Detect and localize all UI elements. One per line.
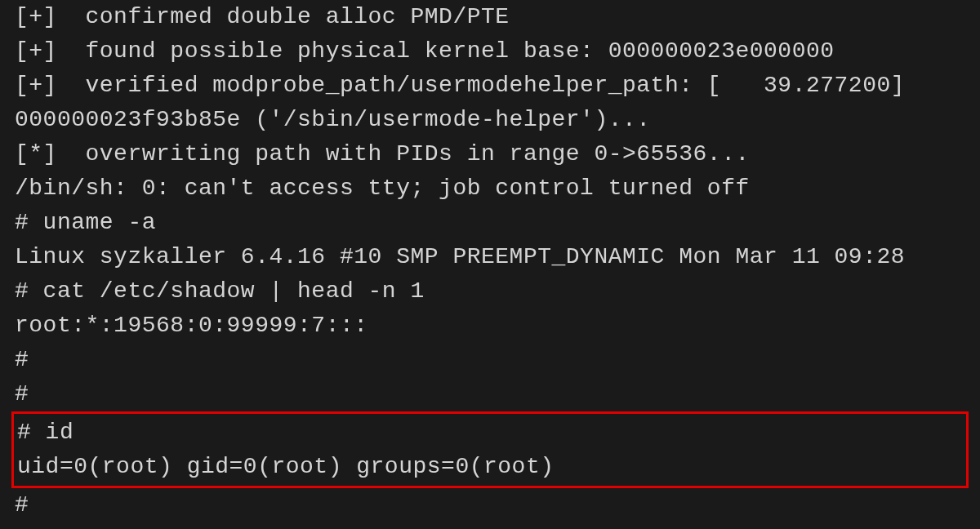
terminal-line: # cat /etc/shadow | head -n 1 [15, 274, 965, 309]
highlighted-region: # id uid=0(root) gid=0(root) groups=0(ro… [11, 411, 969, 488]
terminal-line: [+] confirmed double alloc PMD/PTE [15, 0, 965, 34]
terminal-output: [+] confirmed double alloc PMD/PTE [+] f… [15, 0, 965, 529]
terminal-line: # [15, 377, 965, 411]
terminal-line: /bin/sh: 0: can't access tty; job contro… [15, 171, 965, 206]
terminal-line: # [15, 522, 965, 529]
terminal-line: [*] overwriting path with PIDs in range … [15, 137, 965, 171]
terminal-line: root:*:19568:0:99999:7::: [15, 309, 965, 343]
terminal-line: # [15, 488, 965, 522]
terminal-line: # uname -a [15, 206, 965, 240]
terminal-line: uid=0(root) gid=0(root) groups=0(root) [17, 450, 963, 484]
terminal-line: # id [17, 416, 963, 450]
terminal-line: Linux syzkaller 6.4.16 #10 SMP PREEMPT_D… [15, 240, 965, 274]
terminal-line: [+] found possible physical kernel base:… [15, 34, 965, 69]
terminal-line: # [15, 343, 965, 377]
terminal-line: [+] verified modprobe_path/usermodehelpe… [15, 69, 965, 103]
terminal-line: 000000023f93b85e ('/sbin/usermode-helper… [15, 103, 965, 137]
